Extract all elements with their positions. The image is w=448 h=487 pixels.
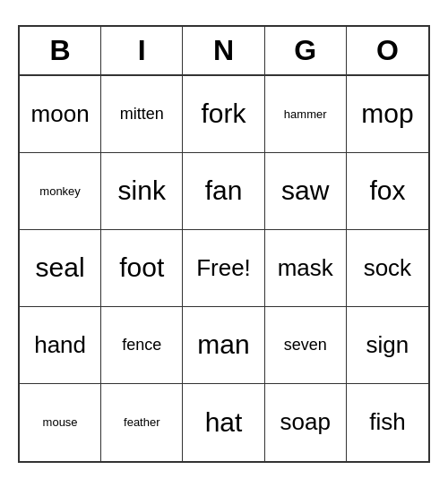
bingo-cell-r0-c3: hammer <box>265 76 347 153</box>
bingo-cell-r1-c3: saw <box>265 153 347 230</box>
bingo-cell-r2-c1: foot <box>101 230 183 307</box>
bingo-cell-r3-c4: sign <box>347 307 428 384</box>
bingo-cell-r2-c2: Free! <box>183 230 264 307</box>
bingo-header-letter: N <box>183 27 264 74</box>
bingo-cell-r1-c0: monkey <box>20 153 101 230</box>
bingo-cell-r2-c4: sock <box>347 230 428 307</box>
bingo-header-letter: I <box>101 27 183 74</box>
bingo-cell-r2-c3: mask <box>265 230 347 307</box>
bingo-header-letter: B <box>20 27 101 74</box>
bingo-cell-r3-c2: man <box>183 307 264 384</box>
bingo-cell-r4-c2: hat <box>183 384 264 461</box>
bingo-cell-r4-c1: feather <box>101 384 183 461</box>
bingo-cell-r0-c4: mop <box>347 76 428 153</box>
bingo-header: BINGO <box>20 27 428 76</box>
bingo-header-letter: G <box>265 27 347 74</box>
bingo-cell-r2-c0: seal <box>20 230 101 307</box>
bingo-cell-r4-c0: mouse <box>20 384 101 461</box>
bingo-cell-r0-c0: moon <box>20 76 101 153</box>
bingo-cell-r4-c4: fish <box>347 384 428 461</box>
bingo-cell-r3-c3: seven <box>265 307 347 384</box>
bingo-cell-r0-c2: fork <box>183 76 264 153</box>
bingo-header-letter: O <box>347 27 428 74</box>
bingo-cell-r1-c2: fan <box>183 153 264 230</box>
bingo-cell-r4-c3: soap <box>265 384 347 461</box>
bingo-cell-r0-c1: mitten <box>101 76 183 153</box>
bingo-cell-r1-c4: fox <box>347 153 428 230</box>
bingo-cell-r3-c1: fence <box>101 307 183 384</box>
bingo-grid: moonmittenforkhammermopmonkeysinkfansawf… <box>20 76 428 461</box>
bingo-cell-r1-c1: sink <box>101 153 183 230</box>
bingo-cell-r3-c0: hand <box>20 307 101 384</box>
bingo-card: BINGO moonmittenforkhammermopmonkeysinkf… <box>18 25 430 463</box>
